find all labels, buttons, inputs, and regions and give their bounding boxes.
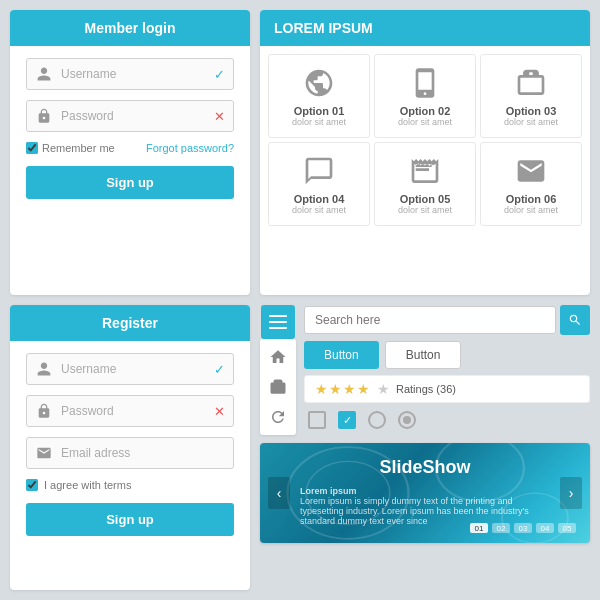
ratings-row: ★★★★★ Ratings (36) (304, 375, 590, 403)
hamburger-button[interactable] (261, 305, 295, 339)
hamburger-line-1 (269, 315, 287, 317)
slide-dot-5[interactable]: 05 (558, 523, 576, 533)
refresh-nav-icon[interactable] (264, 403, 292, 431)
password-placeholder: Password (61, 109, 214, 123)
register-panel: Register Username ✓ Password ✕ (10, 305, 250, 590)
stars-display: ★★★★ (315, 381, 371, 397)
options-header: LOREM IPSUM (260, 10, 590, 46)
email-icon (513, 153, 549, 189)
option-04-cell[interactable]: Option 04 dolor sit amet (268, 142, 370, 226)
briefcase-nav-icon[interactable] (264, 373, 292, 401)
option-02-cell[interactable]: Option 02 dolor sit amet (374, 54, 476, 138)
login-title: Member login (84, 20, 175, 36)
option-05-cell[interactable]: Option 05 dolor sit amet (374, 142, 476, 226)
password-input-row: Password ✕ (26, 100, 234, 132)
remember-row: Remember me Forgot password? (26, 142, 234, 154)
tablet-icon (407, 65, 443, 101)
agree-row: I agree with terms (26, 479, 234, 491)
search-input[interactable] (304, 306, 556, 334)
hamburger-line-3 (269, 327, 287, 329)
password-x-icon: ✕ (214, 109, 225, 124)
option-04-name: Option 04 (294, 193, 345, 205)
slideshow-subtext: Lorem ipsum is simply dummy text of the … (300, 496, 529, 526)
reg-password-input-row: Password ✕ (26, 395, 234, 427)
globe-icon (301, 65, 337, 101)
briefcase-icon (513, 65, 549, 101)
primary-button[interactable]: Button (304, 341, 379, 369)
checkbox-checked[interactable]: ✓ (338, 411, 356, 429)
login-header: Member login (10, 10, 250, 46)
forgot-password-link[interactable]: Forgot password? (146, 142, 234, 154)
radio-unchecked[interactable] (368, 411, 386, 429)
slideshow-prev-button[interactable]: ‹ (268, 477, 290, 509)
agree-checkbox[interactable] (26, 479, 38, 491)
remember-label: Remember me (42, 142, 115, 154)
ratings-text: Ratings (36) (396, 383, 456, 395)
radio-filled[interactable] (398, 411, 416, 429)
widgets-column: Button Button ★★★★★ Ratings (36) ✓ (260, 305, 590, 590)
button-row: Button Button (304, 341, 590, 369)
checkbox-unchecked[interactable] (308, 411, 326, 429)
remember-left: Remember me (26, 142, 115, 154)
agree-label: I agree with terms (44, 479, 131, 491)
reg-user-icon (35, 360, 53, 378)
slideshow-text: Lorem ipsum Lorem ipsum is simply dummy … (300, 486, 550, 526)
slideshow: ‹ SlideShow Lorem ipsum Lorem ipsum is s… (260, 443, 590, 543)
login-body: Username ✓ Password ✕ Remember me Forgot… (10, 46, 250, 211)
options-title: LOREM IPSUM (274, 20, 373, 36)
slideshow-lorem: Lorem ipsum (300, 486, 357, 496)
register-body: Username ✓ Password ✕ Email adress I agr… (10, 341, 250, 548)
slide-dot-2[interactable]: 02 (492, 523, 510, 533)
option-06-cell[interactable]: Option 06 dolor sit amet (480, 142, 582, 226)
slideshow-title: SlideShow (300, 457, 550, 478)
register-signup-button[interactable]: Sign up (26, 503, 234, 536)
remember-checkbox[interactable] (26, 142, 38, 154)
option-01-name: Option 01 (294, 105, 345, 117)
checkboxes-row: ✓ (304, 409, 590, 431)
secondary-button[interactable]: Button (385, 341, 462, 369)
reg-email-input-row: Email adress (26, 437, 234, 469)
reg-email-icon (35, 444, 53, 462)
menu-sidebar (260, 305, 296, 435)
reg-lock-icon (35, 402, 53, 420)
login-panel: Member login Username ✓ Password ✕ (10, 10, 250, 295)
options-grid: Option 01 dolor sit amet Option 02 dolor… (260, 46, 590, 234)
register-title: Register (102, 315, 158, 331)
slide-dot-3[interactable]: 03 (514, 523, 532, 533)
option-02-name: Option 02 (400, 105, 451, 117)
option-03-name: Option 03 (506, 105, 557, 117)
half-star: ★ (377, 381, 390, 397)
search-button[interactable] (560, 305, 590, 335)
reg-username-check-icon: ✓ (214, 362, 225, 377)
option-01-cell[interactable]: Option 01 dolor sit amet (268, 54, 370, 138)
reg-password-placeholder: Password (61, 404, 214, 418)
reg-username-placeholder: Username (61, 362, 214, 376)
top-arrow-decoration (506, 10, 530, 12)
hamburger-line-2 (269, 321, 287, 323)
options-panel: LOREM IPSUM Option 01 dolor sit amet Opt… (260, 10, 590, 295)
username-input-row: Username ✓ (26, 58, 234, 90)
option-06-name: Option 06 (506, 193, 557, 205)
home-nav-icon[interactable] (264, 343, 292, 371)
option-03-sub: dolor sit amet (504, 117, 558, 127)
widget-top-row: Button Button ★★★★★ Ratings (36) ✓ (260, 305, 590, 435)
option-05-name: Option 05 (400, 193, 451, 205)
register-header: Register (10, 305, 250, 341)
option-04-sub: dolor sit amet (292, 205, 346, 215)
newspaper-icon (407, 153, 443, 189)
right-widgets: Button Button ★★★★★ Ratings (36) ✓ (304, 305, 590, 431)
slideshow-next-button[interactable]: › (560, 477, 582, 509)
slide-dot-4[interactable]: 04 (536, 523, 554, 533)
username-placeholder: Username (61, 67, 214, 81)
lock-icon (35, 107, 53, 125)
slide-dot-1[interactable]: 01 (470, 523, 488, 533)
option-02-sub: dolor sit amet (398, 117, 452, 127)
chat-icon (301, 153, 337, 189)
option-03-cell[interactable]: Option 03 dolor sit amet (480, 54, 582, 138)
login-signup-button[interactable]: Sign up (26, 166, 234, 199)
user-icon (35, 65, 53, 83)
username-check-icon: ✓ (214, 67, 225, 82)
option-01-sub: dolor sit amet (292, 117, 346, 127)
option-05-sub: dolor sit amet (398, 205, 452, 215)
reg-password-x-icon: ✕ (214, 404, 225, 419)
